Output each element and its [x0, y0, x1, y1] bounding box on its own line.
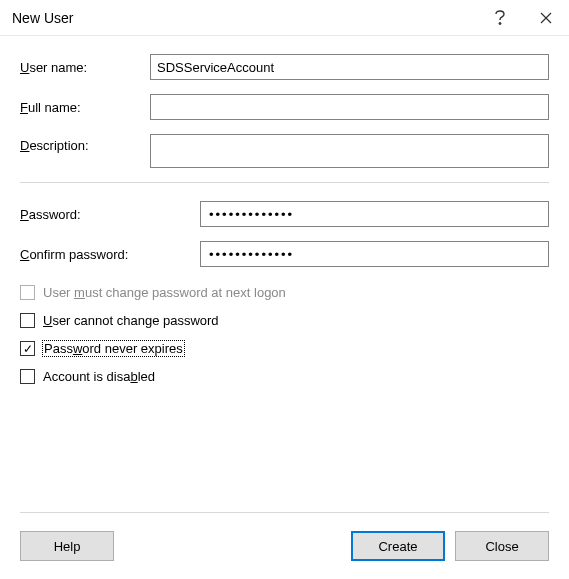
checkbox-icon[interactable]: [20, 369, 35, 384]
footer: Help Create Close: [20, 512, 549, 561]
checkbox-never-expires[interactable]: Password never expires: [20, 341, 549, 356]
fullname-field[interactable]: [150, 94, 549, 120]
help-icon[interactable]: [477, 0, 523, 36]
checkbox-icon[interactable]: [20, 341, 35, 356]
titlebar: New User: [0, 0, 569, 36]
username-field[interactable]: [150, 54, 549, 80]
svg-point-0: [499, 22, 501, 24]
divider: [20, 182, 549, 183]
confirm-field[interactable]: [200, 241, 549, 267]
help-button[interactable]: Help: [20, 531, 114, 561]
username-label: User name:: [20, 60, 150, 75]
description-field[interactable]: [150, 134, 549, 168]
checkbox-icon[interactable]: [20, 313, 35, 328]
window-title: New User: [12, 10, 477, 26]
checkbox-label: Password never expires: [43, 341, 184, 356]
fullname-label: Full name:: [20, 100, 150, 115]
dialog-content: User name: Full name: Description: Passw…: [0, 36, 569, 384]
checkbox-must-change: User must change password at next logon: [20, 285, 549, 300]
create-button[interactable]: Create: [351, 531, 445, 561]
close-button[interactable]: Close: [455, 531, 549, 561]
checkbox-label: Account is disabled: [43, 369, 155, 384]
close-icon[interactable]: [523, 0, 569, 36]
password-field[interactable]: [200, 201, 549, 227]
divider: [20, 512, 549, 513]
password-label: Password:: [20, 207, 200, 222]
checkbox-cannot-change[interactable]: User cannot change password: [20, 313, 549, 328]
checkbox-label: User cannot change password: [43, 313, 219, 328]
checkbox-disabled[interactable]: Account is disabled: [20, 369, 549, 384]
checkbox-label: User must change password at next logon: [43, 285, 286, 300]
description-label: Description:: [20, 134, 150, 153]
checkbox-icon: [20, 285, 35, 300]
confirm-label: Confirm password:: [20, 247, 200, 262]
